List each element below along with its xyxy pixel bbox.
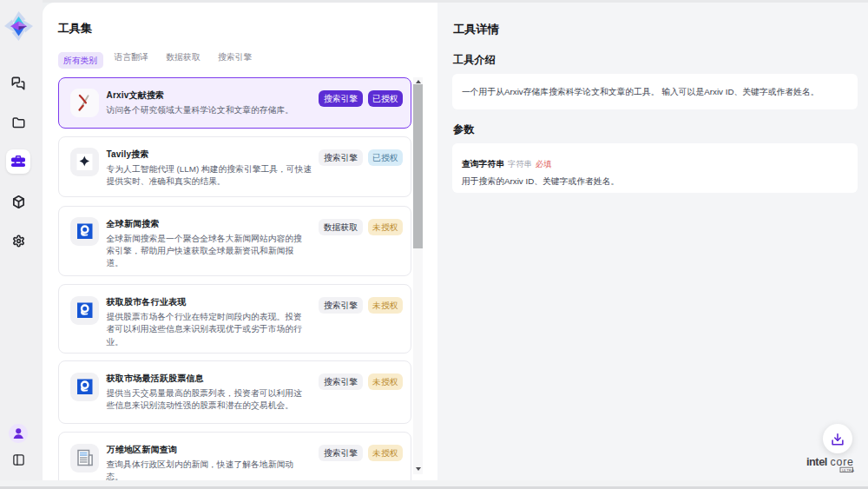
svg-text:ULTRA: ULTRA — [842, 468, 854, 472]
svg-text:core: core — [831, 456, 854, 468]
svg-text:intel: intel — [806, 455, 827, 468]
